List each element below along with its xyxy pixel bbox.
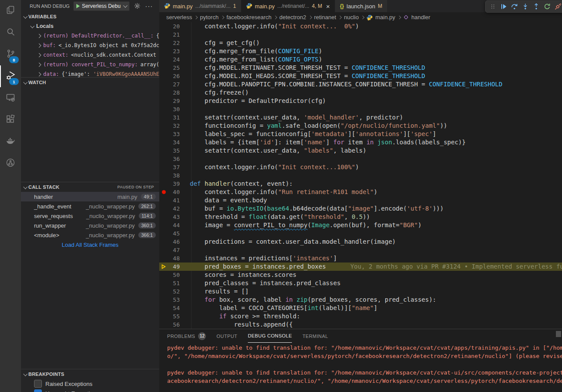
step-over-button[interactable] <box>510 2 519 11</box>
code-line-46[interactable]: 46 predictions = context.user_data.model… <box>159 238 562 246</box>
gear-icon[interactable] <box>134 3 140 9</box>
code-line-39[interactable]: 39def handler(context, event): <box>159 180 562 188</box>
code-line-45[interactable]: 45 <box>159 229 562 238</box>
line-number[interactable]: 52 <box>168 287 180 296</box>
code-line-54[interactable]: 54 label = COCO_CATEGORIES[int(label)]["… <box>159 304 562 312</box>
line-number[interactable]: 32 <box>168 122 180 130</box>
restart-button[interactable] <box>542 2 552 11</box>
line-number[interactable]: 41 <box>168 196 180 205</box>
code-line-53[interactable]: 53 for box, score, label in zip(pred_box… <box>159 296 562 304</box>
breadcrumb-item[interactable]: detectron2 <box>279 14 306 20</box>
variable-row[interactable]: buf:<_io.BytesIO object at 0x7f5a2dc1ecc… <box>21 41 159 50</box>
editor-tab-launch-json[interactable]: {}launch.jsonM <box>335 0 387 12</box>
start-debugging-icon[interactable] <box>76 4 80 8</box>
code-line-36[interactable]: 36 <box>159 155 562 163</box>
variable-row[interactable]: context:<nuclio_sdk.context.Context obje… <box>21 50 159 60</box>
breadcrumb-item[interactable]: main.py <box>375 14 395 20</box>
watch-header[interactable]: WATCH <box>21 78 159 87</box>
breadcrumb-item[interactable]: nuclio <box>344 14 359 20</box>
code-line-29[interactable]: 29 predictor = DefaultPredictor(cfg) <box>159 97 562 105</box>
activity-item-search[interactable] <box>0 22 21 44</box>
load-all-stack-frames-link[interactable]: Load All Stack Frames <box>21 240 159 249</box>
checkbox[interactable] <box>34 380 42 388</box>
code-line-44[interactable]: 44 image = convert_PIL_to_numpy(Image.op… <box>159 221 562 229</box>
code-line-32[interactable]: 32 functionconfig = yaml.safe_load(open(… <box>159 122 562 130</box>
panel-tab-problems[interactable]: PROBLEMS12 <box>167 329 206 343</box>
code-line-37[interactable]: 37 context.logger.info("Init context...1… <box>159 163 562 171</box>
code-line-41[interactable]: 41 data = event.body <box>159 196 562 205</box>
stack-frame-row[interactable]: _handle_event_nuclio_wrapper.py262:1 <box>21 201 159 211</box>
breakpoint-icon[interactable] <box>159 190 168 194</box>
line-number[interactable]: 28 <box>168 89 180 97</box>
stack-frame-row[interactable]: handlermain.py49:1 <box>21 192 159 201</box>
line-number[interactable]: 25 <box>168 64 180 72</box>
line-number[interactable]: 44 <box>168 221 180 229</box>
panel-tab-debug-console[interactable]: DEBUG CONSOLE <box>248 329 292 343</box>
breakpoint-row[interactable]: Raised Exceptions <box>21 379 159 389</box>
gripper-handle[interactable] <box>488 2 497 11</box>
activity-item-explorer[interactable] <box>0 0 21 22</box>
code-line-23[interactable]: 23 cfg.merge_from_file(CONFIG_FILE) <box>159 47 562 55</box>
variable-row[interactable]: data:{'image': 'iVBORw0KGgoAAAANSUhE… <box>21 69 159 77</box>
line-number[interactable]: 56 <box>168 320 180 329</box>
line-number[interactable]: 30 <box>168 105 180 113</box>
variable-row[interactable]: (return) DefaultPredictor.__call__:{'ins… <box>21 31 159 41</box>
activity-item-extensions[interactable] <box>0 109 21 131</box>
code-line-31[interactable]: 31 setattr(context.user_data, 'model_han… <box>159 113 562 122</box>
code-line-43[interactable]: 43 threshold = float(data.get("threshold… <box>159 213 562 221</box>
step-out-button[interactable] <box>531 2 541 11</box>
code-line-40[interactable]: 40 context.logger.info("Run retinanet-R1… <box>159 188 562 196</box>
code-line-24[interactable]: 24 cfg.merge_from_list(CONFIG_OPTS) <box>159 55 562 64</box>
continue-button[interactable] <box>499 2 508 11</box>
code-line-30[interactable]: 30 <box>159 105 562 113</box>
breadcrumb-item[interactable]: handler <box>411 14 430 20</box>
line-number[interactable]: 39 <box>168 180 180 188</box>
code-line-48[interactable]: 48 instances = predictions['instances'] <box>159 254 562 262</box>
code-line-52[interactable]: 52 results = [] <box>159 287 562 296</box>
panel-tab-terminal[interactable]: TERMINAL <box>302 329 328 343</box>
code-line-28[interactable]: 28 cfg.freeze() <box>159 89 562 97</box>
line-number[interactable]: 51 <box>168 279 180 287</box>
code-line-42[interactable]: 42 buf = io.BytesIO(base64.b64decode(dat… <box>159 205 562 213</box>
code-editor[interactable]: 20 context.logger.info("Init context... … <box>159 22 562 329</box>
activity-item-git-graph[interactable] <box>0 153 21 174</box>
code-line-51[interactable]: 51 pred_classes = instances.pred_classes <box>159 279 562 287</box>
code-line-21[interactable]: 21 <box>159 31 562 39</box>
line-number[interactable]: 40 <box>168 188 180 196</box>
line-number[interactable]: 43 <box>168 213 180 221</box>
call-stack-header[interactable]: CALL STACK PAUSED ON STEP <box>21 182 159 192</box>
activity-item-run-and-debug[interactable]: 1 <box>0 65 21 87</box>
code-line-22[interactable]: 22 cfg = get_cfg() <box>159 39 562 47</box>
activity-item-remote-explorer[interactable] <box>0 87 21 109</box>
line-number[interactable]: 29 <box>168 97 180 105</box>
step-into-button[interactable] <box>521 2 530 11</box>
code-line-38[interactable]: 38 <box>159 171 562 180</box>
scrollbar-thumb[interactable] <box>556 331 561 337</box>
stack-frame-row[interactable]: serve_requests_nuclio_wrapper.py114:1 <box>21 211 159 221</box>
breadcrumb-item[interactable]: serverless <box>166 14 192 20</box>
breadcrumb-item[interactable]: pytorch <box>200 14 219 20</box>
line-number[interactable]: 20 <box>168 22 180 31</box>
variable-row[interactable]: (return) convert_PIL_to_numpy:array([[[ … <box>21 60 159 69</box>
line-number[interactable]: 55 <box>168 312 180 320</box>
line-number[interactable]: 34 <box>168 138 180 147</box>
expand-icon[interactable] <box>37 53 41 57</box>
launch-config-dropdown[interactable]: Serverless Debu <box>73 1 130 11</box>
activity-item-source-control[interactable]: 8 <box>0 44 21 65</box>
code-line-49[interactable]: 49 pred_boxes = instances.pred_boxesYou,… <box>159 262 562 271</box>
line-number[interactable]: 38 <box>168 171 180 180</box>
breakpoints-header[interactable]: BREAKPOINTS <box>21 369 159 379</box>
scope-locals[interactable]: Locals <box>21 21 159 31</box>
disconnect-button[interactable] <box>553 2 562 11</box>
line-number[interactable]: 26 <box>168 72 180 80</box>
line-number[interactable]: 42 <box>168 205 180 213</box>
line-number[interactable]: 54 <box>168 304 180 312</box>
code-line-27[interactable]: 27 cfg.MODEL.PANOPTIC_FPN.COMBINE.INSTAN… <box>159 80 562 89</box>
close-icon[interactable]: × <box>326 3 330 10</box>
line-number[interactable]: 53 <box>168 296 180 304</box>
line-number[interactable]: 37 <box>168 163 180 171</box>
line-number[interactable]: 27 <box>168 80 180 89</box>
line-number[interactable]: 49 <box>168 262 180 271</box>
code-line-55[interactable]: 55 if score >= threshold: <box>159 312 562 320</box>
code-line-25[interactable]: 25 cfg.MODEL.RETINANET.SCORE_THRESH_TEST… <box>159 64 562 72</box>
